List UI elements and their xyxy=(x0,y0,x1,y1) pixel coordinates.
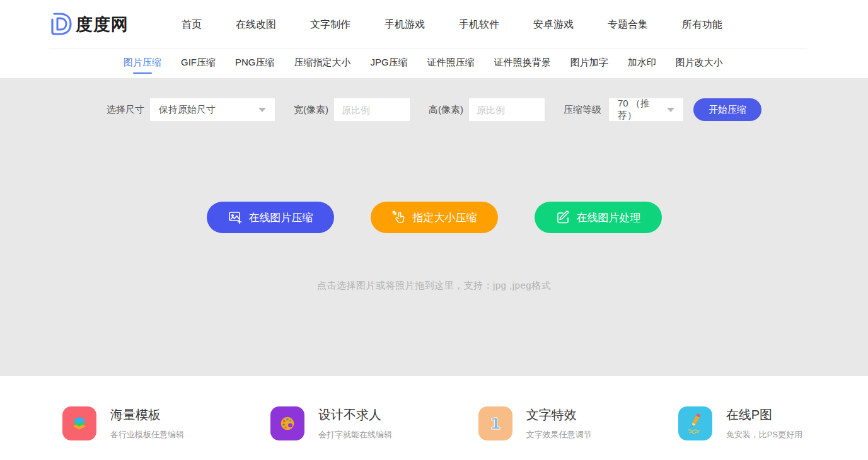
nav-item-topic-collections[interactable]: 专题合集 xyxy=(608,18,648,32)
online-image-compress-button[interactable]: 在线图片压缩 xyxy=(207,202,334,233)
header: 度度网 首页 在线改图 文字制作 手机游戏 手机软件 安卓游戏 专题合集 所有功… xyxy=(0,0,868,49)
logo-d-icon xyxy=(49,11,72,38)
number-one-icon: 1 xyxy=(478,406,512,440)
height-label: 高(像素) xyxy=(429,104,463,116)
feature-title: 设计不求人 xyxy=(318,406,392,423)
feature-subtitle: 会打字就能在线编辑 xyxy=(318,429,392,440)
compress-toolbar: 选择尺寸 保持原始尺寸 宽(像素) 高(像素) 压缩等级 70 （推荐） 开始压… xyxy=(0,98,868,121)
nav-item-mobile-software[interactable]: 手机软件 xyxy=(459,18,499,32)
feature-templates[interactable]: 海量模板 各行业模板任意编辑 xyxy=(62,406,184,440)
nav-item-home[interactable]: 首页 xyxy=(182,18,202,32)
compress-level-value: 70 （推荐） xyxy=(618,98,667,122)
tab-compress-to-size[interactable]: 压缩指定大小 xyxy=(294,53,351,75)
tab-png-compress[interactable]: PNG压缩 xyxy=(235,53,275,75)
nav-item-online-image-edit[interactable]: 在线改图 xyxy=(236,18,276,32)
feature-text-effects[interactable]: 1 文字特效 文字效果任意调节 xyxy=(478,406,592,440)
action-button-label: 指定大小压缩 xyxy=(413,210,477,225)
tab-image-add-text[interactable]: 图片加字 xyxy=(570,53,608,75)
resize-hand-icon xyxy=(391,210,407,225)
svg-text:1: 1 xyxy=(490,414,501,432)
nav-item-all-features[interactable]: 所有功能 xyxy=(682,18,722,32)
height-input[interactable] xyxy=(469,98,545,121)
palette-icon xyxy=(270,406,304,440)
feature-title: 海量模板 xyxy=(110,406,184,423)
tool-tabbar: 图片压缩 GIF压缩 PNG压缩 压缩指定大小 JPG压缩 证件照压缩 证件照换… xyxy=(0,49,868,78)
tab-image-compress[interactable]: 图片压缩 xyxy=(124,53,161,75)
image-plus-icon xyxy=(228,210,243,225)
feature-subtitle: 文字效果任意调节 xyxy=(526,429,592,440)
feature-title: 在线P图 xyxy=(726,406,802,423)
tab-image-resize[interactable]: 图片改大小 xyxy=(676,53,723,75)
main-nav: 首页 在线改图 文字制作 手机游戏 手机软件 安卓游戏 专题合集 所有功能 xyxy=(182,18,722,32)
action-buttons-row: 在线图片压缩 指定大小压缩 在线图片处理 xyxy=(0,202,868,233)
feature-design[interactable]: 设计不求人 会打字就能在线编辑 xyxy=(270,406,392,440)
nav-item-mobile-games[interactable]: 手机游戏 xyxy=(385,18,425,32)
nav-item-text-design[interactable]: 文字制作 xyxy=(310,18,350,32)
online-image-edit-button[interactable]: 在线图片处理 xyxy=(535,202,662,233)
tab-id-photo-compress[interactable]: 证件照压缩 xyxy=(427,53,475,75)
feature-subtitle: 各行业模板任意编辑 xyxy=(110,429,184,440)
size-select-value: 保持原始尺寸 xyxy=(159,104,216,116)
compress-to-size-button[interactable]: 指定大小压缩 xyxy=(371,202,498,233)
feature-subtitle: 免安装，比PS更好用 xyxy=(726,429,802,440)
width-input[interactable] xyxy=(334,98,410,121)
tab-id-photo-background[interactable]: 证件照换背景 xyxy=(494,53,551,75)
layers-icon xyxy=(62,406,96,440)
chevron-down-icon xyxy=(667,108,674,112)
tab-gif-compress[interactable]: GIF压缩 xyxy=(181,53,216,75)
brand-name: 度度网 xyxy=(76,13,129,36)
upload-dropzone[interactable]: 选择尺寸 保持原始尺寸 宽(像素) 高(像素) 压缩等级 70 （推荐） 开始压… xyxy=(0,78,868,376)
size-select[interactable]: 保持原始尺寸 xyxy=(150,98,275,121)
dropzone-hint: 点击选择图片或将照片拖到这里，支持：jpg ,jpeg格式 xyxy=(0,280,868,292)
tab-jpg-compress[interactable]: JPG压缩 xyxy=(371,53,408,75)
action-button-label: 在线图片处理 xyxy=(577,210,641,225)
logo[interactable]: 度度网 xyxy=(49,11,129,38)
chevron-down-icon xyxy=(258,108,266,112)
feature-title: 文字特效 xyxy=(526,406,592,423)
nav-item-android-games[interactable]: 安卓游戏 xyxy=(533,18,574,32)
size-select-label: 选择尺寸 xyxy=(107,104,144,116)
compress-level-select[interactable]: 70 （推荐） xyxy=(609,98,683,121)
start-compress-button[interactable]: 开始压缩 xyxy=(693,98,761,121)
level-select-label: 压缩等级 xyxy=(564,104,601,116)
tab-watermark[interactable]: 加水印 xyxy=(628,53,656,75)
feature-online-photoshop[interactable]: 在线P图 免安装，比PS更好用 xyxy=(678,406,802,440)
footer-features: 海量模板 各行业模板任意编辑 设计不求人 会打字就能在线编辑 1 xyxy=(0,376,868,460)
pencil-icon xyxy=(678,406,712,440)
width-label: 宽(像素) xyxy=(294,104,328,116)
edit-square-icon xyxy=(555,210,570,225)
action-button-label: 在线图片压缩 xyxy=(249,210,313,225)
